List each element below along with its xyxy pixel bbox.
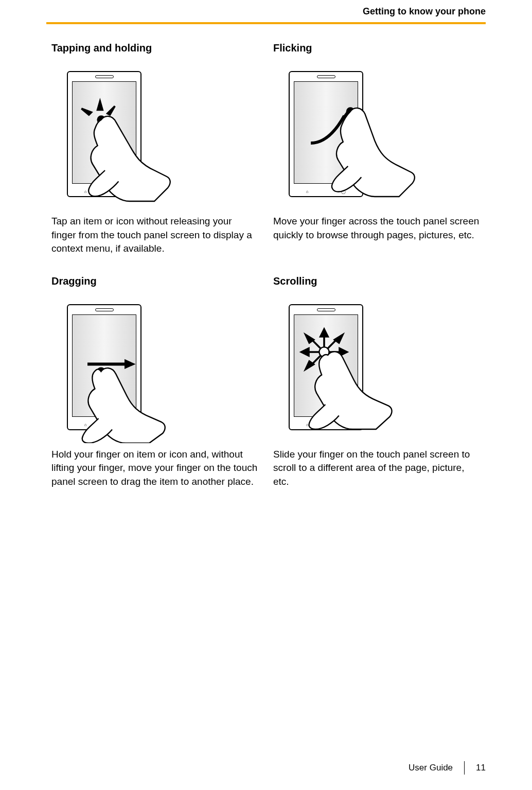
svg-marker-14 <box>302 348 309 356</box>
page-content: Tapping and holding ⌂◯ <box>0 42 532 508</box>
section-description: Hold your finger on item or icon and, wi… <box>51 448 259 489</box>
hand-tap-icon <box>62 84 185 207</box>
svg-marker-20 <box>334 335 343 343</box>
svg-marker-18 <box>306 335 314 343</box>
section-flicking: Flicking ⌂◯ <box>273 42 481 275</box>
dragging-illustration: ⌂◯ <box>51 302 201 430</box>
section-title: Scrolling <box>273 275 481 287</box>
svg-marker-1 <box>81 109 91 115</box>
svg-marker-7 <box>125 359 136 369</box>
hand-flick-icon <box>283 81 417 205</box>
hand-scroll-icon <box>281 312 404 435</box>
scrolling-illustration: ⌂◯ <box>273 302 422 430</box>
section-title: Dragging <box>51 275 259 287</box>
section-description: Slide your finger on the touch panel scr… <box>273 448 481 489</box>
tap-hold-illustration: ⌂◯ <box>51 68 201 197</box>
footer-guide-label: User Guide <box>409 763 453 773</box>
section-tap-hold: Tapping and holding ⌂◯ <box>51 42 259 275</box>
hand-drag-icon <box>57 320 180 443</box>
section-description: Move your finger across the touch panel … <box>273 215 481 242</box>
section-title: Tapping and holding <box>51 42 259 54</box>
svg-marker-0 <box>98 101 103 110</box>
section-scrolling: Scrolling ⌂◯ <box>273 275 481 508</box>
section-title: Flicking <box>273 42 481 54</box>
footer-page-number: 11 <box>476 763 486 773</box>
section-dragging: Dragging ⌂◯ <box>51 275 259 508</box>
page-header-title: Getting to know your phone <box>46 6 486 22</box>
svg-marker-22 <box>306 361 314 370</box>
flicking-illustration: ⌂◯ <box>273 68 422 197</box>
section-description: Tap an item or icon without releasing yo… <box>51 215 259 256</box>
header-rule <box>46 22 486 24</box>
page-footer: User Guide 11 <box>409 761 486 775</box>
footer-divider <box>464 761 465 775</box>
svg-marker-2 <box>108 106 115 115</box>
svg-marker-10 <box>321 329 328 336</box>
